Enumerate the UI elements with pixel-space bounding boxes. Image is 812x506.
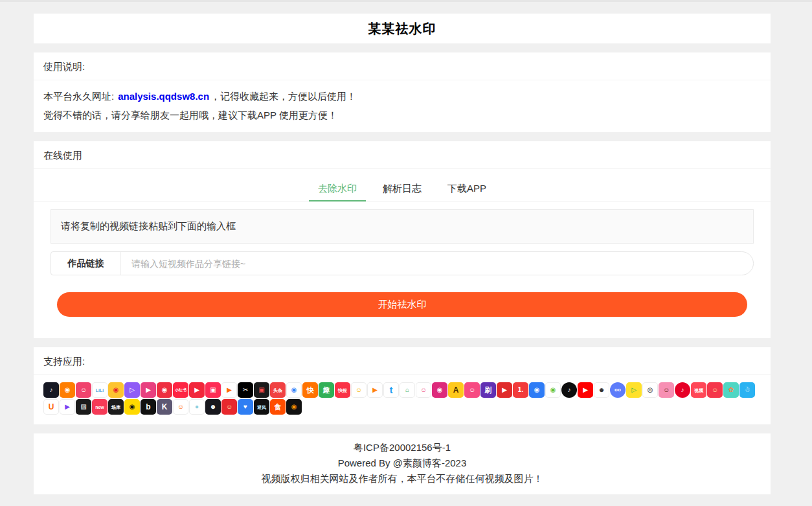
- app-icon-row-2: U▶▨new场库◉bK☺●☻☺♥避风食◉: [43, 399, 761, 415]
- icp-number: 粤ICP备20002156号-1: [34, 440, 771, 455]
- red-circle-play-icon: ▶: [189, 382, 205, 398]
- girl-face-red-icon: ☺: [707, 382, 723, 398]
- permanent-url-link[interactable]: analysis.qqdsw8.cn: [118, 91, 209, 102]
- youtube-icon: ▶: [578, 382, 593, 398]
- qukandian-icon: 趣: [319, 382, 334, 398]
- shutter-camera-icon: ◎: [642, 382, 658, 398]
- usage-line1-prefix: 本平台永久网址:: [43, 91, 114, 102]
- shipin-red-icon: 视频: [691, 382, 706, 398]
- teal-boat-icon: ✿: [723, 382, 739, 398]
- meipai-face-icon: ☺: [416, 382, 431, 398]
- usage-line2: 觉得不错的话，请分享给朋友一起用哦，建议下载APP 使用更方便！: [43, 106, 761, 124]
- soul-icon: oo: [610, 382, 626, 398]
- shuabao-icon: 刷: [480, 382, 496, 398]
- weibo-icon: ◉: [108, 382, 124, 398]
- b-app-icon: b: [141, 399, 156, 415]
- usage-line1: 本平台永久网址:analysis.qqdsw8.cn，记得收藏起来，方便以后使用…: [43, 87, 761, 106]
- paste-hint-alert: 请将复制的视频链接粘贴到下面的输入框: [51, 209, 754, 244]
- usage-heading: 使用说明:: [34, 52, 771, 80]
- page-container: 某某祛水印 使用说明: 本平台永久网址:analysis.qqdsw8.cn，记…: [34, 14, 771, 494]
- watermark-form: 请将复制的视频链接粘贴到下面的输入框 作品链接 开始祛水印: [34, 201, 771, 338]
- page-title: 某某祛水印: [368, 20, 436, 38]
- orange-bird-icon: ☺: [173, 399, 188, 415]
- title-card: 某某祛水印: [34, 14, 771, 43]
- red-camera-icon: ▣: [205, 382, 221, 398]
- toutiao-icon: 头条: [270, 382, 286, 398]
- tab-remove-watermark[interactable]: 去除水印: [309, 176, 366, 201]
- supported-apps-list: ♪◉☺LiLi◉▷▶◉小红书▶▣▶✂▣头条◉快趣快报☺▶t⌂☺◉A☺刷▶1.◉◉…: [34, 375, 771, 424]
- tencent-news-icon: ◉: [286, 382, 302, 398]
- k-purple-icon: K: [157, 399, 172, 415]
- pink-laugh-face-icon: ☺: [659, 382, 674, 398]
- kaiyan-eye-icon: ◉: [545, 382, 561, 398]
- link-input-label: 作品链接: [51, 252, 121, 275]
- xiaohongshu-icon: 小红书: [173, 382, 188, 398]
- lvzhou-icon: ⌂: [400, 382, 415, 398]
- jianying-capcut-icon: ✂: [238, 382, 253, 398]
- yellow-circle-play-icon: ◉: [124, 399, 140, 415]
- supported-apps-card: 支持应用: ♪◉☺LiLi◉▷▶◉小红书▶▣▶✂▣头条◉快趣快报☺▶t⌂☺◉A☺…: [34, 347, 771, 424]
- bilibili-icon: LiLi: [92, 382, 107, 398]
- tab-download-app[interactable]: 下载APP: [438, 176, 495, 201]
- app-icon-row-1: ♪◉☺LiLi◉▷▶◉小红书▶▣▶✂▣头条◉快趣快报☺▶t⌂☺◉A☺刷▶1.◉◉…: [43, 382, 761, 398]
- uc-browser-icon: U: [43, 399, 59, 415]
- tab-bar: 去除水印解析日志下载APP: [34, 169, 771, 201]
- pastel-circle-icon: ●: [189, 399, 205, 415]
- pipigaoxiao-icon: ☺: [464, 382, 480, 398]
- striped-black-icon: ▨: [76, 399, 91, 415]
- purple-play-icon: ▶: [60, 399, 75, 415]
- pear-video-icon: ▷: [626, 382, 642, 398]
- red-box-play-icon: ▶: [497, 382, 512, 398]
- online-use-heading: 在线使用: [34, 141, 771, 169]
- video-link-input[interactable]: [121, 252, 753, 275]
- kuaibao-icon: 快报: [335, 382, 350, 398]
- panda-face-icon: ☻: [594, 382, 609, 398]
- kuaishou-express-icon: 快: [302, 382, 318, 398]
- tab-parse-log[interactable]: 解析日志: [374, 176, 431, 201]
- black-o-face-icon: ☻: [205, 399, 221, 415]
- yellow-duck-sticker-icon: ☺: [351, 382, 367, 398]
- bifeng-icon: 避风: [254, 399, 269, 415]
- blue-heart-icon: ♥: [238, 399, 253, 415]
- quanmin-video-icon: ◉: [157, 382, 172, 398]
- yizhibo-icon: 1.: [513, 382, 528, 398]
- twitter-icon: t: [383, 382, 399, 398]
- haokan-pink-play-icon: ▶: [141, 382, 156, 398]
- orange-triangle-play-icon: ▶: [221, 382, 237, 398]
- instagram-icon: ◉: [432, 382, 447, 398]
- monkey-red-icon: ☺: [221, 399, 237, 415]
- douyin-icon: ♪: [43, 382, 59, 398]
- weishi-icon: ▷: [124, 382, 140, 398]
- shi-food-icon: 食: [270, 399, 286, 415]
- tencent-video-icon: ▶: [367, 382, 383, 398]
- netease-music-icon: ♪: [675, 382, 690, 398]
- o-ring-camera-icon: ◉: [286, 399, 302, 415]
- changku-icon: 场库: [108, 399, 124, 415]
- usage-card: 使用说明: 本平台永久网址:analysis.qqdsw8.cn，记得收藏起来，…: [34, 52, 771, 132]
- footer: 粤ICP备20002156号-1 Powered By @素颜博客-2023 视…: [34, 433, 771, 494]
- new-red-icon: new: [92, 399, 107, 415]
- sohu-video-icon: ◉: [529, 382, 545, 398]
- usage-line1-suffix: ，记得收藏起来，方便以后使用！: [210, 91, 356, 102]
- black-camcorder-icon: ▣: [254, 382, 269, 398]
- acfun-icon: A: [448, 382, 464, 398]
- supported-apps-heading: 支持应用:: [34, 347, 771, 375]
- kuaishou-icon: ◉: [60, 382, 75, 398]
- powered-by: Powered By @素颜博客-2023: [34, 455, 771, 471]
- start-remove-watermark-button[interactable]: 开始祛水印: [57, 292, 747, 317]
- pipixia-icon: ☺: [76, 382, 91, 398]
- usage-body: 本平台永久网址:analysis.qqdsw8.cn，记得收藏起来，方便以后使用…: [34, 80, 771, 132]
- copyright-disclaimer: 视频版权归相关网站及作者所有，本平台不存储任何视频及图片！: [34, 471, 771, 487]
- link-input-group: 作品链接: [51, 251, 754, 275]
- online-use-card: 在线使用 去除水印解析日志下载APP 请将复制的视频链接粘贴到下面的输入框 作品…: [34, 141, 771, 338]
- penguin-blue-icon: ☃: [739, 382, 755, 398]
- music-note-black-icon: ♪: [561, 382, 577, 398]
